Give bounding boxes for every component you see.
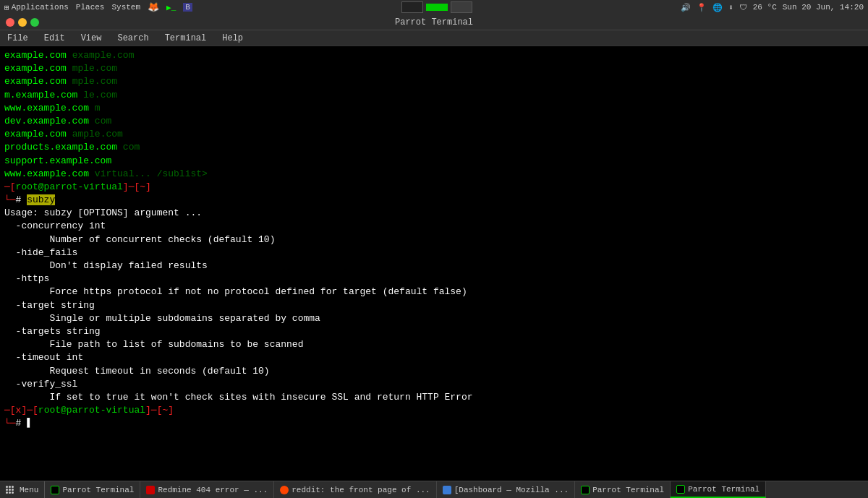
menu-bar: File Edit View Search Terminal Help [0, 30, 868, 46]
term-line-2: example.com mple.com [4, 62, 864, 75]
title-bar: Parrot Terminal [0, 14, 868, 30]
update-icon: ⬇ [728, 3, 733, 12]
term-line-4: m.example.com le.com [4, 89, 864, 102]
option-target-desc: Single or multiple subdomains separated … [4, 312, 864, 325]
taskbar-app-label-3: Parrot Terminal [688, 485, 760, 494]
center-tab-dark [401, 1, 423, 13]
term-line-5: www.example.com m [4, 102, 864, 115]
window-title: Parrot Terminal [395, 17, 473, 27]
term-line-10: www.example.com virtual... /sublist> [4, 168, 864, 181]
option-https-desc: Force https protocol if not no protocol … [4, 286, 864, 299]
menu-edit[interactable]: Edit [41, 32, 68, 45]
option-hidefails-desc: Don't display failed results [4, 259, 864, 272]
term-line-3: example.com mple.com [4, 75, 864, 88]
option-targets-desc: File path to list of subdomains to be sc… [4, 338, 864, 351]
system-bar-left: ⊞ Applications Places System 🦊 ▶_ B [4, 1, 192, 13]
option-hidefails-flag: -hide_fails [4, 246, 864, 259]
terminal-favicon-3 [676, 485, 685, 494]
active-indicator [426, 4, 448, 11]
option-concurrency-desc: Number of concurrent checks (default 10) [4, 233, 864, 246]
reddit-favicon [280, 486, 289, 494]
taskbar-app-label-2: Parrot Terminal [592, 486, 664, 494]
temperature: 26 °C [753, 3, 777, 12]
system-bar: ⊞ Applications Places System 🦊 ▶_ B 🔊 📍 … [0, 0, 868, 14]
menu-help[interactable]: Help [219, 32, 246, 45]
system-bar-center [401, 1, 472, 13]
taskbar-app-label-reddit: reddit: the front page of ... [292, 486, 430, 494]
term-line-7: example.com ample.com [4, 128, 864, 141]
option-timeout-desc: Request timeout in seconds (default 10) [4, 365, 864, 378]
option-target-flag: -target string [4, 299, 864, 312]
taskbar-menu-button[interactable]: Menu [0, 481, 45, 498]
taskbar-app-dashboard[interactable]: [Dashboard — Mozilla ... [437, 481, 575, 498]
shield-icon: 🛡 [739, 3, 747, 12]
option-verifyssl-desc: If set to true it won't check sites with… [4, 391, 864, 404]
taskbar-app-label-dashboard: [Dashboard — Mozilla ... [454, 486, 569, 494]
command-line: └─# subzy [4, 194, 864, 207]
menu-label: Menu [20, 486, 38, 494]
menu-terminal[interactable]: Terminal [162, 32, 210, 45]
taskbar: Menu Parrot Terminal Redmine 404 error —… [0, 481, 868, 498]
places-label: Places [76, 3, 105, 12]
terminal-favicon-1 [51, 486, 59, 494]
extra-icon[interactable]: B [183, 3, 192, 12]
redmine-favicon [146, 486, 155, 494]
close-button[interactable] [6, 18, 14, 27]
minimize-button[interactable] [18, 18, 27, 27]
system-menu[interactable]: System [111, 3, 140, 12]
terminal-favicon-2 [581, 486, 590, 494]
menu-search[interactable]: Search [114, 32, 151, 45]
terminal-icon[interactable]: ▶_ [166, 3, 176, 12]
option-https-flag: -https [4, 272, 864, 286]
datetime: Sun 20 Jun, 14:20 [783, 3, 864, 12]
term-line-1: example.com example.com [4, 49, 864, 62]
menu-view[interactable]: View [78, 32, 105, 45]
applications-label: Applications [12, 3, 69, 12]
center-tab-right [451, 1, 472, 13]
term-line-8: products.example.com com [4, 141, 864, 154]
applications-menu[interactable]: ⊞ Applications [4, 3, 69, 12]
taskbar-app-reddit[interactable]: reddit: the front page of ... [274, 481, 436, 498]
dashboard-favicon [443, 486, 451, 494]
taskbar-app-terminal-2[interactable]: Parrot Terminal [575, 481, 671, 498]
option-targets-flag: -targets string [4, 325, 864, 338]
places-menu[interactable]: Places [76, 3, 105, 12]
term-line-6: dev.example.com com [4, 115, 864, 128]
prompt-line-2: ─[x]─[root@parrot-virtual]─[~] [4, 404, 864, 417]
usage-line: Usage: subzy [OPTIONS] argument ... [4, 207, 864, 220]
taskbar-app-terminal-3[interactable]: Parrot Terminal [671, 481, 766, 498]
location-icon: 📍 [697, 3, 707, 12]
taskbar-app-label-redmine: Redmine 404 error — ... [158, 486, 268, 494]
system-label: System [111, 3, 140, 12]
network-icon: 🌐 [712, 3, 723, 12]
prompt-line-1: ─[root@parrot-virtual]─[~] [4, 181, 864, 194]
menu-file[interactable]: File [4, 32, 31, 45]
volume-icon: 🔊 [681, 3, 691, 12]
term-line-9: support.example.com [4, 155, 864, 168]
option-timeout-flag: -timeout int [4, 351, 864, 364]
menu-dots-icon [6, 486, 14, 494]
option-verifyssl-flag: -verify_ssl [4, 378, 864, 391]
app-icon: ⊞ [4, 3, 9, 12]
system-bar-right: 🔊 📍 🌐 ⬇ 🛡 26 °C Sun 20 Jun, 14:20 [681, 3, 864, 12]
option-concurrency-flag: -concurrency int [4, 220, 864, 233]
firefox-icon[interactable]: 🦊 [148, 1, 159, 13]
taskbar-app-label-1: Parrot Terminal [62, 486, 134, 494]
window-controls [6, 18, 39, 27]
terminal-content[interactable]: example.com example.com example.com mple… [0, 46, 868, 481]
prompt-line-2b: └─# ▌ [4, 417, 864, 430]
maximize-button[interactable] [30, 18, 39, 27]
taskbar-app-redmine[interactable]: Redmine 404 error — ... [140, 481, 274, 498]
taskbar-app-terminal-1[interactable]: Parrot Terminal [45, 481, 140, 498]
taskbar-apps: Parrot Terminal Redmine 404 error — ... … [45, 481, 868, 498]
